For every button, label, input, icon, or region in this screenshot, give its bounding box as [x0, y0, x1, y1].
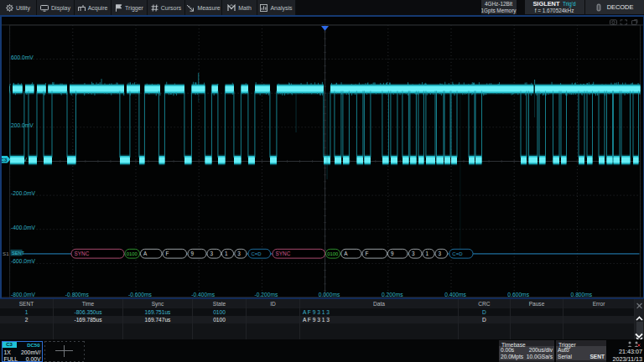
svg-text:600.0mV: 600.0mV: [11, 54, 34, 60]
svg-text:0.200ms: 0.200ms: [382, 292, 403, 297]
svg-text:0100: 0100: [127, 251, 138, 256]
svg-text:S1: S1: [3, 251, 9, 256]
svg-text:A: A: [143, 251, 148, 256]
svg-text:A: A: [344, 251, 348, 256]
svg-text:-200.0mV: -200.0mV: [11, 190, 36, 196]
svg-text:SENT: SENT: [12, 251, 25, 256]
svg-text:3: 3: [439, 251, 442, 256]
svg-text:200.0mV: 200.0mV: [11, 122, 34, 128]
svg-text:1: 1: [426, 251, 429, 256]
svg-text:1: 1: [225, 251, 228, 256]
svg-text:3: 3: [237, 251, 241, 256]
svg-text:-400.0mV: -400.0mV: [11, 225, 36, 230]
svg-text:0.800ms: 0.800ms: [571, 292, 593, 297]
svg-text:C3: C3: [0, 157, 7, 163]
svg-text:0.600ms: 0.600ms: [507, 292, 529, 297]
svg-text:0100: 0100: [327, 251, 338, 256]
svg-text:9: 9: [191, 251, 195, 256]
svg-text:C=D: C=D: [252, 251, 262, 256]
svg-text:-0.800ms: -0.800ms: [65, 292, 90, 297]
svg-text:9: 9: [391, 251, 394, 256]
svg-text:-0.400ms: -0.400ms: [191, 292, 216, 297]
svg-text:C=D: C=D: [452, 251, 463, 256]
svg-text:0.000ms: 0.000ms: [319, 292, 340, 297]
svg-text:SYNC: SYNC: [276, 251, 291, 256]
svg-text:F: F: [366, 251, 369, 256]
svg-text:SYNC: SYNC: [75, 251, 90, 256]
svg-text:3: 3: [412, 251, 415, 256]
svg-text:-800.0mV: -800.0mV: [11, 292, 36, 297]
svg-text:-600.0mV: -600.0mV: [11, 258, 36, 264]
svg-text:-0.600ms: -0.600ms: [128, 292, 153, 297]
svg-text:0.400ms: 0.400ms: [444, 292, 466, 297]
svg-text:F: F: [166, 251, 169, 256]
svg-text:-0.200ms: -0.200ms: [254, 292, 278, 297]
svg-text:3: 3: [210, 251, 214, 256]
